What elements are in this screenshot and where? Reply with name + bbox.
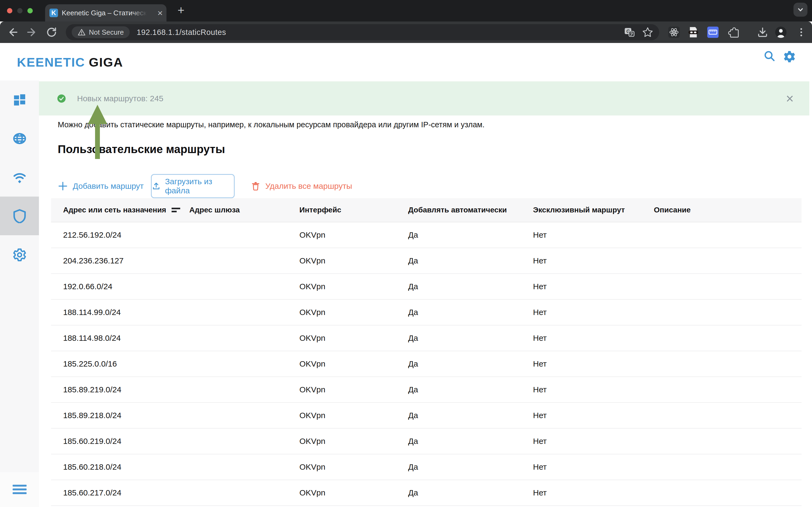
table-row[interactable]: 185.89.218.0/24 OKVpn Да Нет [51, 403, 802, 429]
cell-exclusive: Нет [533, 437, 654, 446]
banner-message: Новых маршрутов: 245 [77, 94, 163, 103]
add-route-button[interactable]: Добавить маршрут [58, 174, 143, 198]
table-row[interactable]: 192.0.66.0/24 OKVpn Да Нет [51, 274, 802, 300]
cell-interface: OKVpn [299, 488, 408, 497]
table-row[interactable]: 185.60.219.0/24 OKVpn Да Нет [51, 429, 802, 454]
hamburger-menu-icon[interactable] [13, 484, 26, 495]
banner-close-icon[interactable]: × [786, 92, 794, 105]
cell-destination: 188.114.98.0/24 [51, 334, 189, 343]
table-row[interactable]: 204.236.236.127 OKVpn Да Нет [51, 248, 802, 274]
profile-avatar-icon[interactable] [775, 26, 787, 38]
page-title: Пользовательские маршруты [58, 143, 225, 156]
wifi-icon [12, 170, 27, 185]
security-label: Not Secure [89, 28, 124, 37]
settings-gear-icon[interactable] [783, 50, 796, 63]
col-description[interactable]: Описание [654, 206, 802, 214]
cell-exclusive: Нет [533, 334, 654, 343]
cell-exclusive: Нет [533, 359, 654, 369]
col-destination[interactable]: Адрес или сеть назначения [51, 206, 189, 214]
delete-all-label: Удалить все маршруты [265, 181, 352, 191]
sidebar-item-internet[interactable] [0, 119, 39, 158]
table-row[interactable]: 185.60.217.0/24 OKVpn Да Нет [51, 480, 802, 506]
upload-icon [152, 181, 161, 191]
sidebar-collapse-area [0, 472, 39, 507]
window-minimize-button[interactable] [17, 8, 22, 13]
cell-auto: Да [408, 308, 533, 317]
ruler-extension-icon[interactable] [707, 26, 719, 38]
col-interface[interactable]: Интерфейс [299, 206, 408, 214]
table-row[interactable]: 185.89.219.0/24 OKVpn Да Нет [51, 377, 802, 403]
success-banner: Новых маршрутов: 245 × [39, 81, 809, 115]
sidebar-nav [0, 80, 39, 472]
shield-icon [12, 209, 27, 223]
upload-label: Загрузить из файла [165, 177, 234, 195]
sidebar-item-dashboard[interactable] [0, 80, 39, 119]
table-row[interactable]: 188.114.98.0/24 OKVpn Да Нет [51, 326, 802, 351]
downloads-icon[interactable] [757, 26, 768, 38]
url-bar[interactable]: Not Secure 192.168.1.1/staticRoutes G [66, 24, 659, 40]
cell-interface: OKVpn [299, 437, 408, 446]
col-gateway[interactable]: Адрес шлюза [189, 206, 299, 214]
table-row[interactable]: 185.225.0.0/16 OKVpn Да Нет [51, 351, 802, 377]
bookmark-star-icon[interactable] [642, 26, 653, 38]
sidebar-item-wifi[interactable] [0, 158, 39, 196]
cell-exclusive: Нет [533, 411, 654, 420]
tab-close-icon[interactable]: × [157, 8, 163, 17]
kebab-menu-icon[interactable] [795, 26, 807, 38]
cell-interface: OKVpn [299, 385, 408, 394]
plus-icon [58, 181, 68, 191]
back-icon[interactable] [7, 26, 19, 38]
cell-exclusive: Нет [533, 230, 654, 239]
keenetic-giga-logo: KEENETICGIGA [17, 55, 123, 69]
cell-auto: Да [408, 282, 533, 291]
tab-search-button[interactable] [794, 3, 807, 17]
new-tab-button[interactable]: + [174, 4, 188, 18]
cell-destination: 188.114.99.0/24 [51, 308, 189, 317]
not-secure-chip[interactable]: Not Secure [72, 26, 130, 38]
upload-from-file-button[interactable]: Загрузить из файла [151, 174, 235, 198]
col-exclusive[interactable]: Эксклюзивный маршрут [533, 206, 654, 214]
cell-destination: 185.60.219.0/24 [51, 437, 189, 446]
url-text: 192.168.1.1/staticRoutes [137, 28, 226, 37]
window-zoom-button[interactable] [27, 8, 33, 13]
sidebar-item-settings[interactable] [0, 235, 39, 274]
mask-extension-icon[interactable] [687, 26, 699, 38]
browser-toolbar: Not Secure 192.168.1.1/staticRoutes G [0, 21, 812, 43]
cell-exclusive: Нет [533, 256, 654, 265]
routes-actions: Добавить маршрут Загрузить из файла Удал… [58, 174, 756, 198]
browser-tab[interactable]: K Keenetic Giga – Статические × [45, 4, 167, 21]
cell-auto: Да [408, 385, 533, 394]
cell-interface: OKVpn [299, 334, 408, 343]
cell-exclusive: Нет [533, 282, 654, 291]
delete-all-routes-button[interactable]: Удалить все маршруты [251, 174, 352, 198]
sort-icon[interactable] [172, 207, 181, 213]
react-devtools-extension-icon[interactable] [668, 26, 680, 38]
cell-auto: Да [408, 230, 533, 239]
cell-exclusive: Нет [533, 385, 654, 394]
table-header-row: Адрес или сеть назначения Адрес шлюза Ин… [51, 198, 802, 222]
cell-destination: 185.89.219.0/24 [51, 385, 189, 394]
col-auto[interactable]: Добавлять автоматически [408, 206, 533, 214]
cell-interface: OKVpn [299, 282, 408, 291]
cell-exclusive: Нет [533, 462, 654, 471]
table-row[interactable]: 185.60.218.0/24 OKVpn Да Нет [51, 454, 802, 480]
cell-auto: Да [408, 411, 533, 420]
cell-destination: 185.60.218.0/24 [51, 462, 189, 471]
cell-interface: OKVpn [299, 411, 408, 420]
cell-destination: 212.56.192.0/24 [51, 230, 189, 239]
forward-icon[interactable] [26, 26, 38, 38]
reload-icon[interactable] [46, 26, 57, 38]
cell-exclusive: Нет [533, 308, 654, 317]
table-row[interactable]: 188.114.99.0/24 OKVpn Да Нет [51, 300, 802, 326]
add-route-label: Добавить маршрут [73, 181, 143, 191]
keenetic-favicon: K [49, 9, 58, 17]
extensions-puzzle-icon[interactable] [728, 26, 740, 38]
window-close-button[interactable] [7, 8, 12, 13]
chevron-down-icon [796, 5, 805, 14]
cell-destination: 192.0.66.0/24 [51, 282, 189, 291]
translate-icon[interactable]: G [624, 26, 635, 38]
cell-auto: Да [408, 334, 533, 343]
search-icon[interactable] [763, 50, 776, 62]
sidebar-item-security[interactable] [0, 196, 39, 235]
table-row[interactable]: 212.56.192.0/24 OKVpn Да Нет [51, 222, 802, 248]
